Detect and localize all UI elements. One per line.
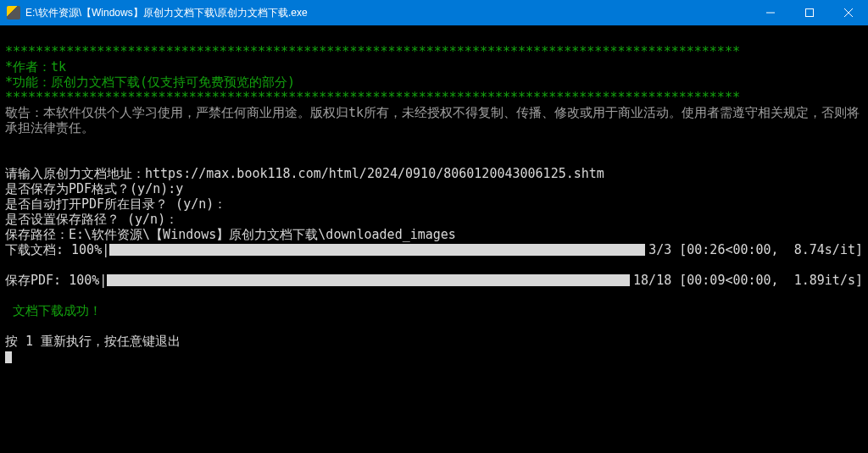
savepdf-prompt: 是否保存为PDF格式？(y/n):y [5, 181, 183, 196]
close-button[interactable] [829, 0, 868, 25]
savepdf-stats: 18/18 [00:09<00:00, 1.89it/s] [633, 273, 863, 288]
console-output[interactable]: ****************************************… [0, 25, 868, 453]
maximize-button[interactable] [790, 0, 829, 25]
cursor [5, 351, 12, 363]
app-icon [7, 6, 20, 19]
download-progress: 下载文档: 100%|3/3 [00:26<00:00, 8.74s/it] [5, 242, 863, 257]
url-prompt: 请输入原创力文档地址：https://max.book118.com/html/… [5, 166, 604, 181]
function-line: *功能：原创力文档下载(仅支持可免费预览的部分) [5, 75, 295, 90]
exit-prompt: 按 1 重新执行，按任意键退出 [5, 334, 181, 349]
success-line: 文档下载成功！ [5, 303, 102, 318]
setpath-prompt: 是否设置保存路径？ (y/n)： [5, 212, 178, 227]
svg-rect-1 [806, 9, 814, 17]
autoopen-prompt: 是否自动打开PDF所在目录？ (y/n)： [5, 196, 226, 212]
warning-text: 敬告：本软件仅供个人学习使用，严禁任何商业用途。版权归tk所有，未经授权不得复制… [5, 105, 863, 135]
path-line: 保存路径：E:\软件资源\【Windows】原创力文档下载\downloaded… [5, 227, 456, 242]
savepdf-bar [107, 274, 630, 286]
window-controls [751, 0, 868, 25]
divider-line: ****************************************… [5, 44, 740, 59]
window-title: E:\软件资源\【Windows】原创力文档下载\原创力文档下载.exe [25, 6, 751, 20]
minimize-button[interactable] [751, 0, 790, 25]
titlebar[interactable]: E:\软件资源\【Windows】原创力文档下载\原创力文档下载.exe [0, 0, 868, 25]
download-stats: 3/3 [00:26<00:00, 8.74s/it] [648, 242, 863, 257]
savepdf-label: 保存PDF: 100%| [5, 273, 107, 288]
download-bar [109, 244, 645, 256]
author-line: *作者：tk [5, 59, 66, 75]
console-window: E:\软件资源\【Windows】原创力文档下载\原创力文档下载.exe ***… [0, 0, 868, 453]
savepdf-progress: 保存PDF: 100%|18/18 [00:09<00:00, 1.89it/s… [5, 273, 863, 288]
divider-line: ****************************************… [5, 90, 740, 105]
download-label: 下载文档: 100%| [5, 242, 109, 257]
